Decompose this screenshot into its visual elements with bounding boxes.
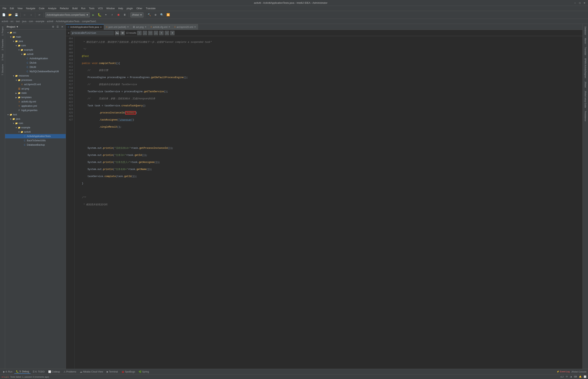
menu-view[interactable]: View	[16, 7, 24, 10]
run-config-dropdown[interactable]: ActivitiApplicationTests.completTask1 ▼	[45, 12, 90, 17]
stop-btn[interactable]: ⏹	[116, 12, 121, 18]
undo-btn[interactable]: ↩	[37, 12, 42, 18]
sidebar-tab-favorites[interactable]: 2: Favorites	[0, 37, 4, 52]
run-btn[interactable]: ▶	[90, 12, 96, 18]
minimize-btn[interactable]: –	[573, 1, 577, 4]
tree-item-dbbackup[interactable]: ▶ C DatabaseBackup	[5, 143, 66, 147]
far-right-tab-translate[interactable]: Translate	[584, 46, 587, 57]
tree-item-com-test[interactable]: ▼ 📁 com	[5, 121, 66, 126]
tree-item-com[interactable]: ▼ 📁 com	[5, 43, 66, 48]
crumb-activiti[interactable]: activiti	[1, 20, 8, 23]
sidebar-tab-project[interactable]: 1: Project	[0, 25, 4, 37]
build-btn[interactable]: 🔨	[147, 12, 152, 18]
match-case-btn[interactable]: Aa	[115, 31, 119, 35]
menu-refactor[interactable]: Refactor	[59, 7, 70, 10]
notification-icon[interactable]: 🔔	[579, 376, 582, 378]
alibaba-tab[interactable]: ☁ Alibaba Cloud View	[78, 370, 105, 374]
crumb-method[interactable]: completTask1	[82, 20, 96, 23]
tree-item-test[interactable]: ▼ 📁 test	[5, 112, 66, 117]
search-everywhere-btn[interactable]: 🔍	[159, 12, 164, 18]
prev-occurrence-btn[interactable]: ↑↑	[148, 31, 153, 35]
pause-btn[interactable]: ⏸	[122, 12, 127, 18]
far-right-tab-database[interactable]: Database	[584, 25, 587, 36]
menu-build[interactable]: Build	[71, 7, 79, 10]
spring-tab[interactable]: 🌿 Spring	[137, 370, 151, 374]
maximize-btn[interactable]: ☐	[578, 1, 581, 4]
problems-tab[interactable]: ⚠ Problems	[62, 370, 78, 374]
file-tab-close-2[interactable]: ✕	[127, 26, 129, 28]
close-btn[interactable]: ✕	[583, 1, 586, 4]
chinese-input-icon[interactable]: 中	[566, 375, 568, 378]
back-btn[interactable]: ←	[22, 12, 28, 18]
panel-close-icon[interactable]: ✕	[60, 25, 64, 29]
tree-item-static[interactable]: ▶ 📁 static	[5, 91, 66, 95]
menu-code[interactable]: Code	[37, 7, 46, 10]
whole-word-btn[interactable]: W	[120, 31, 125, 35]
file-tab-activititests[interactable]: C ActivitiApplicationTests.java ✕	[66, 24, 104, 30]
close-search-icon[interactable]: ✕	[68, 31, 69, 34]
tree-item-processes[interactable]: ▼ 📁 processes	[5, 78, 66, 82]
git-btn[interactable]: 🔀	[165, 12, 171, 18]
far-right-tab-jrebel-setup[interactable]: JRebel setup Guide	[584, 89, 587, 110]
save-btn[interactable]: 💾	[14, 12, 19, 18]
terminal-tab[interactable]: ▶ Terminal	[105, 370, 119, 374]
highlight-btn[interactable]: ☐	[165, 31, 169, 35]
tree-item-templates[interactable]: ▶ 📁 templates	[5, 95, 66, 99]
todo-tab[interactable]: ☰ 6: TODO	[31, 370, 46, 374]
tree-item-log4j[interactable]: ▶ P log4j.properties	[5, 108, 66, 112]
file-tab-close-1[interactable]: ✕	[100, 26, 102, 29]
file-tab-close-4[interactable]: ✕	[168, 26, 170, 28]
tree-item-activititests[interactable]: ▶ C ActivitiApplicationTests	[5, 134, 66, 138]
menu-file[interactable]: File	[1, 7, 8, 10]
tree-item-example[interactable]: ▼ 📁 example	[5, 48, 66, 52]
tree-item-java-test[interactable]: ▼ 📁 java	[5, 117, 66, 121]
jrebel-console-btn[interactable]: JRebel Console	[571, 371, 587, 373]
search-input[interactable]	[71, 31, 114, 35]
tree-item-activiti-main[interactable]: ▼ 📁 activiti	[5, 52, 66, 56]
debug-run-btn[interactable]: 🐛	[97, 12, 102, 18]
file-tab-activiticfg[interactable]: X activiti.cfg.xml ✕	[149, 24, 172, 30]
layout-icon[interactable]: ⬜	[584, 376, 587, 378]
filter-btn[interactable]: ≡	[159, 31, 163, 35]
tree-item-activitiapp[interactable]: ▶ C ActivitiApplication	[5, 56, 66, 61]
settings-btn[interactable]: ⚙	[153, 12, 158, 18]
next-result-btn[interactable]: ↓	[143, 31, 147, 35]
menu-other[interactable]: Other	[135, 7, 144, 10]
tree-item-actpng[interactable]: ▶ 🖼 act.png	[5, 87, 66, 91]
panel-collapse-icon[interactable]: ☰	[56, 25, 59, 29]
crumb-com[interactable]: com	[29, 20, 33, 23]
menu-window[interactable]: Window	[105, 7, 116, 10]
menu-run[interactable]: Run	[80, 7, 87, 10]
menu-edit[interactable]: Edit	[8, 7, 15, 10]
tree-item-src[interactable]: ▼ 📁 src	[5, 31, 66, 35]
tree-item-activiti-test[interactable]: ▼ 📁 activiti	[5, 130, 66, 134]
crumb-test[interactable]: test	[16, 20, 20, 23]
sidebar-tab-find[interactable]: 3: Find	[0, 52, 4, 62]
crumb-src[interactable]: src	[10, 20, 14, 23]
file-tab-close-3[interactable]: ✕	[145, 26, 147, 28]
codeup-tab[interactable]: ⬜ Codeup	[47, 370, 61, 374]
sync-icon[interactable]: ◑	[570, 376, 572, 378]
far-right-tab-bpmn[interactable]: BPMN-ActivityDiagram	[584, 57, 587, 80]
coverage-btn[interactable]: ☂	[103, 12, 109, 18]
tree-item-activiticfg[interactable]: ▶ X activiti.cfg.xml	[5, 99, 66, 104]
tree-item-dbjob[interactable]: ▶ C DbJob	[5, 61, 66, 65]
tree-item-actbpmn[interactable]: ▶ X act.bpmn20.xml	[5, 82, 66, 87]
tree-item-backtoselect[interactable]: ▶ C BackToSelectUtils	[5, 138, 66, 143]
crumb-java[interactable]: java	[22, 20, 27, 23]
keyboard-icon[interactable]: ⌨	[574, 376, 577, 378]
menu-analyze[interactable]: Analyze	[46, 7, 58, 10]
forward-btn[interactable]: →	[28, 12, 34, 18]
window-controls[interactable]: – ☐ ✕	[573, 1, 586, 4]
debug-tab[interactable]: 🐛 5: Debug	[14, 370, 30, 374]
spotbugs-tab[interactable]: 🐞 SpotBugs	[120, 370, 137, 374]
file-tab-actpng[interactable]: 🖼 act.png ✕	[131, 24, 148, 30]
options-btn[interactable]: ⚙	[170, 31, 175, 35]
file-tab-pom[interactable]: m pom.xml (activiti) ✕	[104, 24, 131, 30]
tree-item-java-main[interactable]: ▼ 📁 java	[5, 39, 66, 43]
open-btn[interactable]: 📂	[7, 12, 13, 18]
far-right-tab-maven[interactable]: Maven	[584, 36, 587, 46]
menu-tools[interactable]: Tools	[88, 7, 96, 10]
jrebel-dropdown[interactable]: JRebel ▼	[130, 12, 144, 17]
new-file-btn[interactable]: 📄	[1, 12, 6, 18]
